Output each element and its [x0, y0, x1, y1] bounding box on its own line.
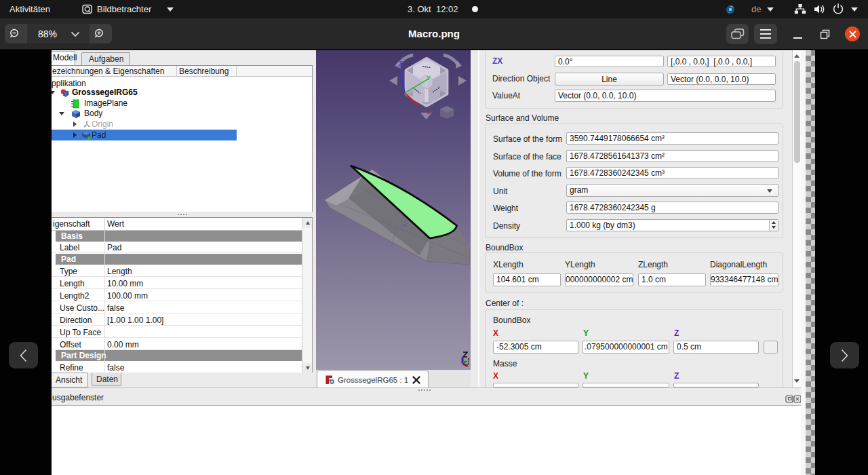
svg-text:Y: Y	[427, 75, 431, 81]
svg-text:Z: Z	[398, 60, 403, 68]
svg-text:x: x	[427, 109, 431, 115]
